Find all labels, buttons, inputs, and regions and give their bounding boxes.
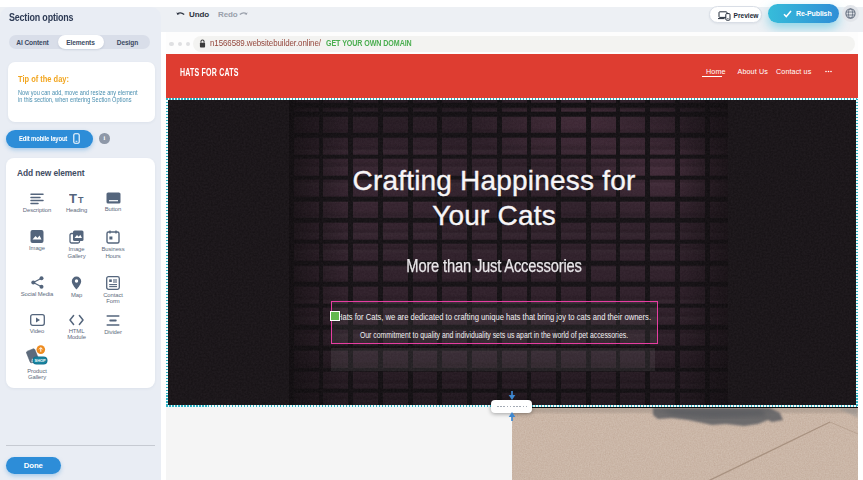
svg-text:T: T	[78, 195, 84, 205]
svg-text:SHOP: SHOP	[35, 358, 47, 363]
svg-text:T: T	[69, 192, 77, 205]
